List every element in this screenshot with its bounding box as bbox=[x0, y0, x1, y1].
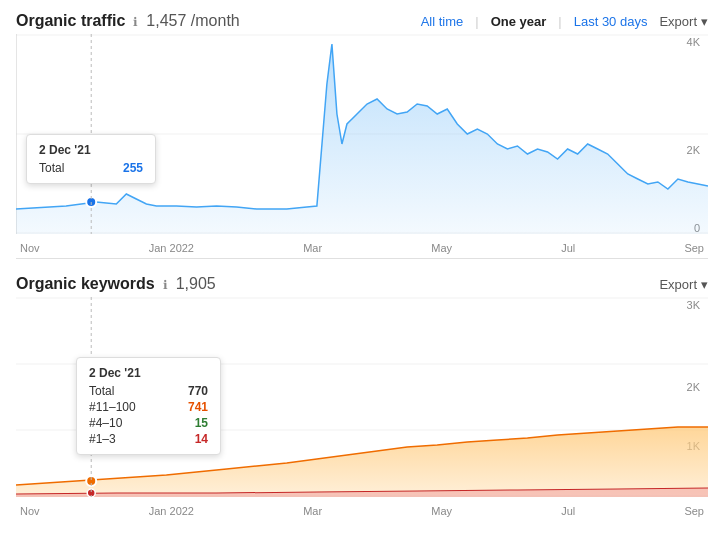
export-label: Export bbox=[659, 14, 697, 29]
keywords-tooltip-4-10-label: #4–10 bbox=[89, 416, 122, 430]
keywords-x-mar: Mar bbox=[303, 505, 322, 517]
traffic-header: Organic traffic ℹ 1,457 /month All time … bbox=[16, 12, 708, 30]
traffic-export-btn[interactable]: Export ▾ bbox=[659, 14, 708, 29]
keywords-x-jul: Jul bbox=[561, 505, 575, 517]
keywords-chart-wrapper: 3K 2K 1K 2 Dec '21 Total 770 #11–100 741… bbox=[16, 297, 708, 517]
keywords-x-labels: Nov Jan 2022 Mar May Jul Sep bbox=[16, 505, 708, 517]
keywords-x-sep: Sep bbox=[684, 505, 704, 517]
keywords-tooltip-4-10-value: 15 bbox=[195, 416, 208, 430]
traffic-x-nov: Nov bbox=[20, 242, 40, 254]
traffic-x-jan2022: Jan 2022 bbox=[149, 242, 194, 254]
organic-keywords-section: Organic keywords ℹ 1,905 Export ▾ bbox=[0, 263, 724, 293]
traffic-x-jul: Jul bbox=[561, 242, 575, 254]
keywords-tooltip-total-value: 770 bbox=[188, 384, 208, 398]
keywords-x-jan2022: Jan 2022 bbox=[149, 505, 194, 517]
keywords-tooltip-1-3-value: 14 bbox=[195, 432, 208, 446]
filter-one-year[interactable]: One year bbox=[491, 14, 547, 29]
traffic-x-sep: Sep bbox=[684, 242, 704, 254]
traffic-x-labels: Nov Jan 2022 Mar May Jul Sep bbox=[16, 242, 708, 254]
keywords-export-chevron-icon: ▾ bbox=[701, 277, 708, 292]
keywords-tooltip-11-100-label: #11–100 bbox=[89, 400, 136, 414]
keywords-title: Organic keywords bbox=[16, 275, 155, 293]
keywords-tooltip-11-100-row: #11–100 741 bbox=[89, 400, 208, 414]
keywords-tooltip-total-row: Total 770 bbox=[89, 384, 208, 398]
keywords-title-group: Organic keywords ℹ 1,905 bbox=[16, 275, 216, 293]
keywords-export-btn[interactable]: Export ▾ bbox=[659, 277, 708, 292]
keywords-export-label: Export bbox=[659, 277, 697, 292]
traffic-x-mar: Mar bbox=[303, 242, 322, 254]
keywords-tooltip-1-3-label: #1–3 bbox=[89, 432, 116, 446]
traffic-tooltip-date: 2 Dec '21 bbox=[39, 143, 143, 157]
traffic-tooltip-label: Total bbox=[39, 161, 64, 175]
traffic-tooltip-value: 255 bbox=[123, 161, 143, 175]
keywords-tooltip-1-3-row: #1–3 14 bbox=[89, 432, 208, 446]
keywords-tooltip-4-10-row: #4–10 15 bbox=[89, 416, 208, 430]
export-chevron-icon: ▾ bbox=[701, 14, 708, 29]
traffic-chart-wrapper: 4K 2K 0 2 Dec '21 Total 255 bbox=[16, 34, 708, 254]
filter-last-30-days[interactable]: Last 30 days bbox=[574, 14, 648, 29]
keywords-tooltip: 2 Dec '21 Total 770 #11–100 741 #4–10 15… bbox=[76, 357, 221, 455]
traffic-tooltip-row: Total 255 bbox=[39, 161, 143, 175]
keywords-tooltip-11-100-value: 741 bbox=[188, 400, 208, 414]
keywords-tooltip-date: 2 Dec '21 bbox=[89, 366, 208, 380]
keywords-metric: 1,905 bbox=[176, 275, 216, 293]
keywords-x-nov: Nov bbox=[20, 505, 40, 517]
organic-traffic-section: Organic traffic ℹ 1,457 /month All time … bbox=[0, 0, 724, 30]
traffic-x-may: May bbox=[431, 242, 452, 254]
traffic-title: Organic traffic bbox=[16, 12, 125, 30]
traffic-title-group: Organic traffic ℹ 1,457 /month bbox=[16, 12, 240, 30]
traffic-tooltip: 2 Dec '21 Total 255 bbox=[26, 134, 156, 184]
keywords-tooltip-total-label: Total bbox=[89, 384, 114, 398]
section-divider bbox=[16, 258, 708, 259]
filter-divider-2: | bbox=[558, 14, 561, 29]
keywords-header: Organic keywords ℹ 1,905 Export ▾ bbox=[16, 275, 708, 293]
filter-divider-1: | bbox=[475, 14, 478, 29]
keywords-info-icon[interactable]: ℹ bbox=[163, 278, 168, 292]
filter-all-time[interactable]: All time bbox=[421, 14, 464, 29]
keywords-x-may: May bbox=[431, 505, 452, 517]
traffic-info-icon[interactable]: ℹ bbox=[133, 15, 138, 29]
time-filter-group: All time | One year | Last 30 days Expor… bbox=[421, 14, 708, 29]
traffic-metric: 1,457 /month bbox=[146, 12, 239, 30]
